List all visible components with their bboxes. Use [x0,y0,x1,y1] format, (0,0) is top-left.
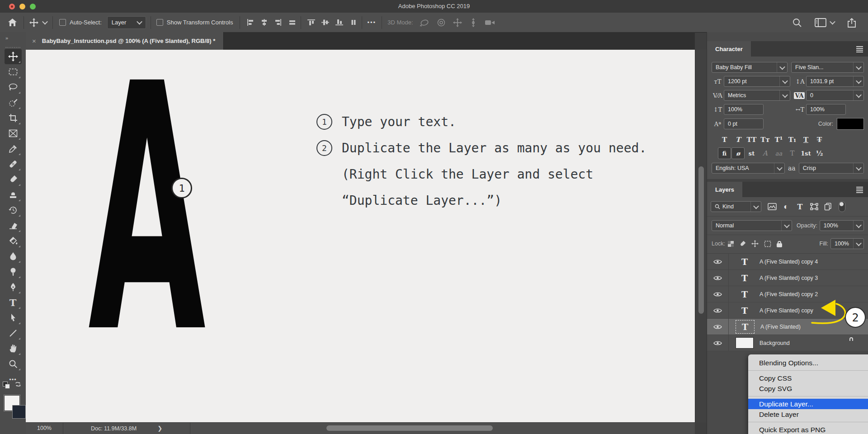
filter-toggle[interactable] [835,201,849,212]
font-style-dropdown[interactable]: Five Slan... [791,62,864,73]
vertical-scale-field[interactable]: 100% [724,104,764,115]
tab-character[interactable]: Character [707,41,751,57]
object-selection-tool[interactable] [5,95,22,110]
path-selection-tool[interactable] [5,310,22,326]
background-color-swatch[interactable] [12,405,26,419]
menu-item-copy-svg[interactable]: Copy SVG [748,383,868,394]
3d-orbit-icon[interactable] [420,18,429,27]
font-family-dropdown[interactable]: Baby Baby Fill [712,62,788,73]
anti-alias-dropdown[interactable]: Crisp [799,163,864,174]
share-icon[interactable] [847,18,856,28]
tracking-dropdown[interactable]: 0 [806,90,864,101]
lock-pixels-icon[interactable] [739,241,746,247]
blur-tool[interactable] [5,249,22,264]
lock-artboard-icon[interactable] [764,241,771,247]
layer-name[interactable]: A (Five Slanted) copy [760,307,813,314]
subscript-button[interactable]: T₁ [786,134,799,146]
home-icon[interactable] [8,18,17,27]
document-info[interactable]: Doc: 11.9M/33.8M ❯ [63,423,190,434]
visibility-eye-icon[interactable] [707,335,729,351]
dodge-tool[interactable] [5,264,22,279]
titling-alternates-button[interactable]: T [786,147,799,159]
marquee-tool[interactable] [5,64,22,80]
ligatures-button[interactable]: fi [718,147,731,159]
menu-item-quick-export[interactable]: Quick Export as PNG [748,425,868,434]
canvas[interactable]: A 1 1 Type your text. 2 Duplicate the La… [26,50,695,423]
filter-pixel-layers-icon[interactable] [765,203,779,210]
small-caps-button[interactable]: Tᴛ [759,134,772,146]
fractions-button[interactable]: ½ [813,147,826,159]
3d-roll-icon[interactable] [437,18,446,27]
font-size-dropdown[interactable]: 1200 pt [724,76,790,87]
default-colors-icon[interactable] [3,382,10,388]
workspace-chevron-icon[interactable] [830,19,835,25]
pen-tool[interactable] [5,279,22,295]
text-layer-thumbnail[interactable]: T [736,320,755,334]
swash-button[interactable]: A [759,147,772,159]
faux-bold-button[interactable]: T [718,134,731,146]
text-layer-thumbnail[interactable]: T [736,306,754,316]
lock-transparency-icon[interactable] [728,241,734,247]
move-tool[interactable] [5,49,22,64]
history-brush-tool[interactable] [5,203,22,218]
filter-shape-layers-icon[interactable] [807,203,821,210]
ordinals-button[interactable]: 1st [799,147,812,159]
language-dropdown[interactable]: English: USA [712,163,785,174]
layer-name[interactable]: A (Five Slanted) copy 3 [760,275,818,281]
lasso-tool[interactable] [5,80,22,95]
align-middle-vertical-icon[interactable] [321,19,329,26]
menu-item-duplicate-layer[interactable]: Duplicate Layer... [748,399,868,409]
text-color-swatch[interactable] [837,118,864,130]
menu-item-blending-options[interactable]: Blending Options... [748,358,868,368]
text-layer-thumbnail[interactable]: T [736,289,754,299]
layer-row-selected[interactable]: T A (Five Slanted) [707,319,868,335]
type-tool[interactable]: T [5,295,22,310]
underline-button[interactable]: T [799,134,812,146]
align-right-icon[interactable] [274,19,282,26]
zoom-tool[interactable] [5,356,22,372]
visibility-eye-icon[interactable] [707,270,729,286]
visibility-eye-icon[interactable] [707,286,729,302]
crop-tool[interactable] [5,110,22,126]
eraser-tool[interactable] [5,218,22,233]
workspace-icon[interactable] [815,18,826,27]
blend-mode-dropdown[interactable]: Normal [712,220,792,231]
strikethrough-button[interactable]: T [813,134,826,146]
baseline-shift-field[interactable]: 0 pt [724,118,764,129]
faux-italic-button[interactable]: T [731,134,745,146]
search-icon[interactable] [792,18,802,28]
menu-item-delete-layer[interactable]: Delete Layer [748,409,868,420]
filter-smart-objects-icon[interactable] [821,203,835,211]
layer-name[interactable]: Background [760,340,790,346]
move-options-chevron-icon[interactable] [42,19,48,25]
zoom-level-field[interactable]: 100% [26,423,63,434]
menu-item-copy-css[interactable]: Copy CSS [748,373,868,383]
brush-tool[interactable] [5,172,22,187]
layer-filter-dropdown[interactable]: Kind [711,201,761,212]
layer-row[interactable]: T A (Five Slanted) copy 3 [707,270,868,286]
clone-stamp-tool[interactable] [5,187,22,203]
panel-menu-icon[interactable] [856,46,863,53]
vertical-scrollbar-thumb[interactable] [698,166,704,314]
filter-type-layers-icon[interactable]: T [793,203,807,211]
opacity-dropdown[interactable]: 100% [820,220,864,231]
spot-healing-tool[interactable] [5,156,22,172]
horizontal-scrollbar-thumb[interactable] [326,425,493,431]
align-center-horizontal-icon[interactable] [260,19,268,26]
filter-adjustment-layers-icon[interactable]: ◐ [779,202,793,212]
collapse-panel-icon[interactable]: » [0,32,26,46]
lock-position-icon[interactable] [751,240,759,247]
auto-select-target-dropdown[interactable]: Layer [107,16,146,29]
horizontal-scale-field[interactable]: 100% [806,104,846,115]
contextual-alternates-button[interactable]: ø [731,147,745,159]
toolbar-grip[interactable] [5,47,20,48]
text-layer-thumbnail[interactable]: T [736,257,754,267]
align-top-icon[interactable] [307,19,315,26]
layer-name[interactable]: A (Five Slanted) [760,324,801,330]
align-bottom-icon[interactable] [335,19,343,26]
align-left-icon[interactable] [246,19,254,26]
hand-tool[interactable] [5,341,22,356]
panel-menu-icon[interactable] [856,187,863,194]
3d-pan-icon[interactable] [453,18,462,27]
superscript-button[interactable]: T¹ [772,134,785,146]
